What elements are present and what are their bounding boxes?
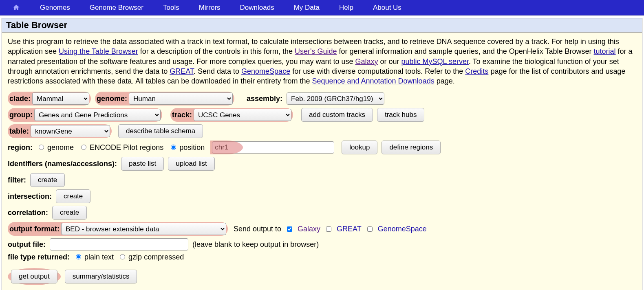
top-nav: Genomes Genome Browser Tools Mirrors Dow… [0,0,644,15]
send-great-link[interactable]: GREAT [337,225,362,233]
link-galaxy[interactable]: Galaxy [355,57,378,66]
link-mysql[interactable]: public MySQL server [401,57,469,66]
label-intersection: intersection: [8,192,52,201]
summary-button[interactable]: summary/statistics [65,270,137,283]
file-type-gzip-radio[interactable] [120,254,125,259]
group-select[interactable]: Genes and Gene Predictions [34,109,161,121]
nav-mirrors[interactable]: Mirrors [199,4,221,12]
track-hubs-button[interactable]: track hubs [377,108,424,122]
correlation-create-button[interactable]: create [52,206,87,220]
link-genomespace[interactable]: GenomeSpace [241,67,290,75]
nav-help[interactable]: Help [339,4,353,12]
link-using-table-browser[interactable]: Using the Table Browser [59,47,138,55]
label-table: table: [9,127,29,136]
send-galaxy-link[interactable]: Galaxy [298,225,320,233]
label-clade: clade: [9,94,31,103]
label-file-type: file type returned: [8,253,70,261]
region-position-radio[interactable] [171,145,176,150]
label-output-format: output format: [9,225,60,233]
page-title: Table Browser [2,18,642,33]
region-radio-group: genome ENCODE Pilot regions position [37,143,208,152]
upload-list-button[interactable]: upload list [168,157,215,171]
label-track: track: [172,111,192,119]
send-galaxy-checkbox[interactable] [287,226,292,232]
region-genome-radio[interactable] [39,145,44,150]
label-identifiers: identifiers (names/accessions): [8,160,117,168]
label-region: region: [8,143,33,152]
intro-text: Use this program to retrieve the data as… [8,37,636,86]
paste-list-button[interactable]: paste list [121,157,164,171]
label-genome: genome: [97,94,127,103]
intersection-create-button[interactable]: create [56,189,90,203]
nav-genome-browser[interactable]: Genome Browser [90,4,143,12]
output-file-input[interactable] [50,238,188,250]
link-downloads[interactable]: Sequence and Annotation Downloads [312,77,434,85]
genome-select[interactable]: Human [129,92,233,105]
position-input[interactable] [212,141,334,154]
label-output-file: output file: [8,240,46,249]
nav-about-us[interactable]: About Us [373,4,401,12]
region-encode-radio[interactable] [81,145,86,150]
assembly-select[interactable]: Feb. 2009 (GRCh37/hg19) [287,92,384,105]
track-select[interactable]: UCSC Genes [194,109,291,121]
link-credits[interactable]: Credits [465,67,488,75]
send-genomespace-checkbox[interactable] [367,226,373,232]
lookup-button[interactable]: lookup [342,141,377,154]
home-icon[interactable] [12,4,20,12]
output-format-select[interactable]: BED - browser extensible data [61,223,226,235]
filter-create-button[interactable]: create [30,173,65,187]
label-assembly: assembly: [247,94,282,103]
label-group: group: [9,111,33,119]
link-great[interactable]: GREAT [170,67,194,75]
label-correlation: correlation: [8,209,48,217]
output-file-hint: (leave blank to keep output in browser) [192,240,319,249]
get-output-button[interactable]: get output [11,270,57,283]
clade-select[interactable]: Mammal [32,92,89,105]
define-regions-button[interactable]: define regions [382,141,441,154]
file-type-plain-radio[interactable] [76,254,81,259]
send-genomespace-link[interactable]: GenomeSpace [378,225,427,233]
add-custom-tracks-button[interactable]: add custom tracks [301,108,373,122]
nav-tools[interactable]: Tools [163,4,179,12]
send-great-checkbox[interactable] [326,226,331,232]
nav-genomes[interactable]: Genomes [40,4,70,12]
table-select[interactable]: knownGene [31,125,110,137]
describe-schema-button[interactable]: describe table schema [118,124,203,138]
link-tutorial[interactable]: tutorial [594,47,616,55]
nav-downloads[interactable]: Downloads [240,4,274,12]
send-output-label: Send output to [234,225,281,233]
link-users-guide[interactable]: User's Guide [295,47,337,55]
label-filter: filter: [8,176,26,185]
nav-my-data[interactable]: My Data [294,4,320,12]
